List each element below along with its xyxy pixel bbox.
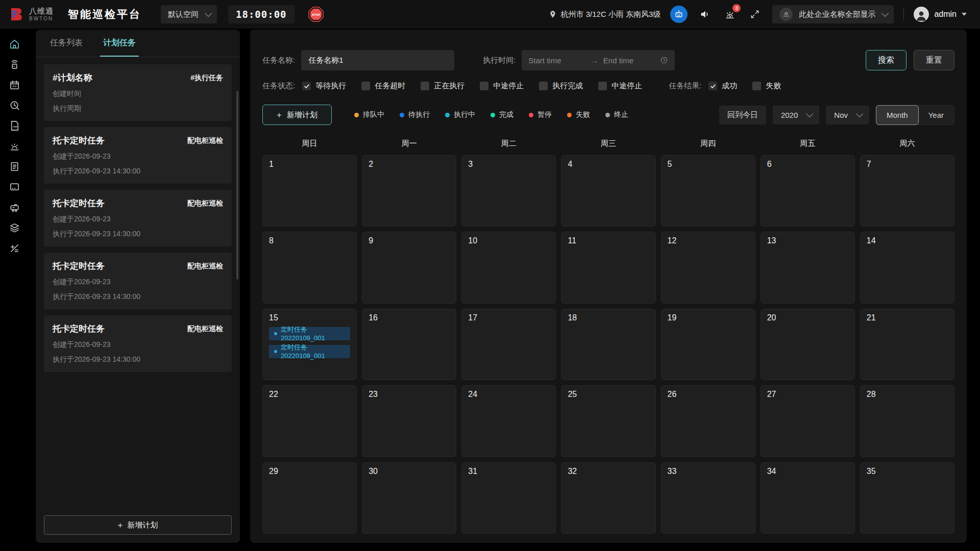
calendar-day-cell[interactable]: 19	[661, 309, 755, 380]
status-option[interactable]: 中途停止	[598, 81, 642, 91]
enterprise-select[interactable]: 此处企业名称全部显示	[772, 5, 894, 23]
calendar-day-cell[interactable]: 20	[761, 309, 855, 380]
day-number: 29	[269, 467, 350, 476]
sidebar-item-alarm-light[interactable]	[6, 141, 23, 153]
month-select[interactable]: Nov	[826, 106, 869, 124]
calendar-day-cell[interactable]: 4	[561, 155, 655, 227]
calendar-day-cell[interactable]: 15定时任务20220109_001定时任务20220109_001	[262, 309, 357, 380]
legend-dot-icon	[400, 113, 404, 117]
calendar-event-chip[interactable]: 定时任务20220109_001	[269, 345, 350, 358]
calendar-day-cell[interactable]: 26	[661, 385, 755, 457]
view-toggle-month[interactable]: Month	[876, 105, 919, 125]
tab-0[interactable]: 任务列表	[50, 30, 83, 57]
calendar-day-cell[interactable]: 30	[362, 462, 456, 534]
day-number: 3	[468, 160, 549, 169]
status-option[interactable]: 任务超时	[361, 81, 405, 91]
document-icon	[9, 120, 20, 134]
plan-card[interactable]: 托卡定时任务配电柜巡检创建于2026-09-23执行于2026-09-23 14…	[44, 315, 232, 372]
calendar-day-cell[interactable]: 21	[860, 309, 954, 380]
status-option[interactable]: 中途停止	[480, 81, 524, 91]
calendar-day-cell[interactable]: 7	[860, 155, 954, 227]
plan-card[interactable]: 托卡定时任务配电柜巡检创建于2026-09-23执行于2026-09-23 14…	[44, 127, 232, 184]
stop-indicator[interactable]: STOP	[308, 6, 324, 22]
day-number: 15	[269, 313, 350, 322]
plan-card-badge: 配电柜巡检	[187, 262, 223, 271]
sidebar-item-time-search[interactable]	[6, 100, 23, 112]
calendar-event-chip[interactable]: 定时任务20220109_001	[269, 327, 350, 340]
calendar-day-cell[interactable]: 31	[461, 462, 556, 534]
sidebar-item-report-list[interactable]	[6, 161, 23, 173]
reset-button[interactable]: 重置	[914, 50, 954, 70]
calendar-day-cell[interactable]: 35	[860, 462, 954, 534]
calendar-day-cell[interactable]: 10	[461, 232, 556, 303]
tab-1[interactable]: 计划任务	[103, 30, 136, 57]
notifications-button[interactable]: 8	[722, 7, 738, 22]
volume-button[interactable]	[697, 7, 713, 22]
calendar-day-cell[interactable]: 13	[761, 232, 855, 303]
sidebar-item-monitor[interactable]	[6, 182, 23, 194]
plan-card-title: 托卡定时任务	[53, 197, 105, 209]
calendar-day-cell[interactable]: 23	[362, 385, 456, 457]
scrollbar-thumb[interactable]	[236, 91, 238, 280]
map-pin-icon	[549, 10, 557, 18]
weekday-label: 周五	[761, 139, 855, 148]
calendar-day-cell[interactable]: 33	[661, 462, 755, 534]
sidebar-item-calendar[interactable]	[6, 80, 23, 92]
legend-dot-icon	[491, 113, 495, 117]
year-select[interactable]: 2020	[773, 106, 819, 124]
user-menu[interactable]: admin	[914, 7, 967, 22]
calendar-day-cell[interactable]: 6	[761, 155, 855, 227]
sidebar-item-robot-car[interactable]	[6, 202, 23, 214]
calendar-day-cell[interactable]: 22	[262, 385, 357, 457]
search-button[interactable]: 搜索	[866, 50, 906, 70]
calendar-day-cell[interactable]: 28	[860, 385, 954, 457]
legend-label: 终止	[614, 110, 628, 119]
calendar-day-cell[interactable]: 8	[262, 232, 357, 303]
calendar-day-cell[interactable]: 32	[561, 462, 655, 534]
sidebar-item-device-inspect[interactable]	[6, 59, 23, 71]
calendar-day-cell[interactable]: 12	[661, 232, 755, 303]
status-legend: 排队中待执行执行中完成暂停失败终止	[354, 110, 628, 119]
calendar-day-cell[interactable]: 16	[362, 309, 456, 380]
calendar-day-cell[interactable]: 3	[461, 155, 556, 227]
plan-card[interactable]: 托卡定时任务配电柜巡检创建于2026-09-23执行于2026-09-23 14…	[44, 253, 232, 309]
calendar-day-cell[interactable]: 11	[561, 232, 655, 303]
back-to-today-button[interactable]: 回到今日	[719, 106, 766, 124]
result-option[interactable]: 成功	[708, 81, 737, 91]
add-plan-button[interactable]: + 新增计划	[262, 105, 332, 125]
plan-card[interactable]: 托卡定时任务配电柜巡检创建于2026-09-23执行于2026-09-23 14…	[44, 190, 232, 246]
calendar-day-cell[interactable]: 18	[561, 309, 655, 380]
calendar-day-cell[interactable]: 34	[761, 462, 855, 534]
sidebar-item-home[interactable]	[6, 39, 23, 51]
calendar-day-cell[interactable]: 5	[661, 155, 755, 227]
plan-card-line2: 执行于2026-09-23 14:30:00	[53, 167, 223, 176]
calendar-day-cell[interactable]: 17	[461, 309, 556, 380]
calendar-day-cell[interactable]: 9	[362, 232, 456, 303]
status-option[interactable]: 执行完成	[539, 81, 583, 91]
result-option[interactable]: 失败	[752, 81, 781, 91]
calendar-day-cell[interactable]: 27	[761, 385, 855, 457]
calendar-day-cell[interactable]: 25	[561, 385, 655, 457]
status-option[interactable]: 正在执行	[421, 81, 464, 91]
space-select[interactable]: 默认空间	[161, 5, 217, 23]
time-range-picker[interactable]: Start time → End time	[522, 50, 675, 70]
calendar-day-cell[interactable]: 1	[262, 155, 357, 227]
weekday-label: 周四	[661, 139, 755, 148]
sidebar-item-layers[interactable]	[6, 222, 23, 235]
sidebar-item-calculation[interactable]	[6, 243, 23, 255]
calendar-day-cell[interactable]: 29	[262, 462, 357, 534]
legend-label: 排队中	[363, 110, 384, 119]
task-name-input[interactable]	[301, 50, 454, 70]
view-toggle-year[interactable]: Year	[918, 106, 954, 124]
calendar-day-cell[interactable]: 2	[362, 155, 456, 227]
calendar-day-cell[interactable]: 14	[860, 232, 954, 303]
sidebar-item-document[interactable]	[6, 120, 23, 133]
plan-card[interactable]: #计划名称#执行任务创建时间执行周期	[44, 64, 232, 121]
add-plan-button-bottom[interactable]: + 新增计划	[44, 515, 232, 535]
status-option[interactable]: 等待执行	[302, 81, 346, 91]
svg-text:STOP: STOP	[311, 13, 320, 16]
day-number: 19	[668, 313, 749, 322]
assistant-button[interactable]	[670, 6, 688, 23]
fullscreen-button[interactable]	[747, 7, 763, 22]
calendar-day-cell[interactable]: 24	[461, 385, 556, 457]
